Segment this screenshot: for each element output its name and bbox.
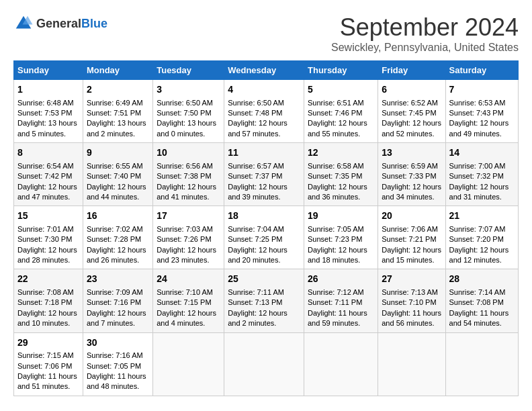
calendar-week-3: 15Sunrise: 7:01 AMSunset: 7:30 PMDayligh… [14, 206, 519, 269]
calendar-cell [224, 332, 304, 396]
day-number: 1 [17, 83, 79, 97]
calendar-week-4: 22Sunrise: 7:08 AMSunset: 7:18 PMDayligh… [14, 269, 519, 332]
calendar-cell: 13Sunrise: 6:59 AMSunset: 7:33 PMDayligh… [378, 143, 445, 206]
day-number: 5 [308, 83, 374, 97]
day-number: 21 [449, 210, 515, 223]
calendar-cell: 30Sunrise: 7:16 AMSunset: 7:05 PMDayligh… [83, 332, 152, 396]
calendar-cell: 2Sunrise: 6:49 AMSunset: 7:51 PMDaylight… [83, 80, 152, 143]
day-number: 8 [17, 146, 79, 160]
day-number: 12 [308, 146, 374, 160]
main-title: September 2024 [331, 13, 519, 42]
day-number: 11 [228, 146, 300, 160]
day-number: 27 [382, 273, 441, 286]
calendar-cell [445, 332, 518, 396]
day-number: 13 [382, 146, 441, 160]
day-number: 17 [157, 210, 220, 223]
day-number: 30 [87, 336, 149, 350]
calendar-header-row: SundayMondayTuesdayWednesdayThursdayFrid… [14, 61, 519, 80]
calendar-cell: 20Sunrise: 7:06 AMSunset: 7:21 PMDayligh… [378, 206, 445, 269]
calendar-cell [378, 332, 445, 396]
day-number: 22 [17, 273, 79, 286]
calendar-cell: 10Sunrise: 6:56 AMSunset: 7:38 PMDayligh… [153, 143, 224, 206]
header-monday: Monday [83, 61, 152, 80]
calendar-cell: 14Sunrise: 7:00 AMSunset: 7:32 PMDayligh… [445, 143, 518, 206]
calendar-cell: 8Sunrise: 6:54 AMSunset: 7:42 PMDaylight… [14, 143, 83, 206]
day-number: 14 [449, 146, 515, 160]
day-number: 24 [157, 273, 220, 286]
day-number: 3 [157, 83, 220, 97]
calendar-week-5: 29Sunrise: 7:15 AMSunset: 7:06 PMDayligh… [14, 332, 519, 396]
calendar-cell: 9Sunrise: 6:55 AMSunset: 7:40 PMDaylight… [83, 143, 152, 206]
calendar-cell: 12Sunrise: 6:58 AMSunset: 7:35 PMDayligh… [304, 143, 378, 206]
header-tuesday: Tuesday [153, 61, 224, 80]
calendar-cell [304, 332, 378, 396]
calendar-cell: 4Sunrise: 6:50 AMSunset: 7:48 PMDaylight… [224, 80, 304, 143]
day-number: 20 [382, 210, 441, 223]
day-number: 6 [382, 83, 441, 97]
header-saturday: Saturday [445, 61, 518, 80]
subtitle: Sewickley, Pennsylvania, United States [331, 42, 519, 54]
header: GeneralBlue September 2024 Sewickley, Pe… [13, 13, 519, 54]
day-number: 28 [449, 273, 515, 286]
calendar-cell [153, 332, 224, 396]
day-number: 4 [228, 83, 300, 97]
day-number: 25 [228, 273, 300, 286]
calendar-cell: 27Sunrise: 7:13 AMSunset: 7:10 PMDayligh… [378, 269, 445, 332]
calendar-cell: 3Sunrise: 6:50 AMSunset: 7:50 PMDaylight… [153, 80, 224, 143]
day-number: 10 [157, 146, 220, 160]
calendar-cell: 18Sunrise: 7:04 AMSunset: 7:25 PMDayligh… [224, 206, 304, 269]
calendar-cell: 16Sunrise: 7:02 AMSunset: 7:28 PMDayligh… [83, 206, 152, 269]
calendar-cell: 1Sunrise: 6:48 AMSunset: 7:53 PMDaylight… [14, 80, 83, 143]
day-number: 7 [449, 83, 515, 97]
day-number: 2 [87, 83, 149, 97]
title-section: September 2024 Sewickley, Pennsylvania, … [331, 13, 519, 54]
calendar-table: SundayMondayTuesdayWednesdayThursdayFrid… [13, 60, 519, 396]
header-thursday: Thursday [304, 61, 378, 80]
calendar-week-1: 1Sunrise: 6:48 AMSunset: 7:53 PMDaylight… [14, 80, 519, 143]
calendar-cell: 19Sunrise: 7:05 AMSunset: 7:23 PMDayligh… [304, 206, 378, 269]
calendar-cell: 22Sunrise: 7:08 AMSunset: 7:18 PMDayligh… [14, 269, 83, 332]
day-number: 23 [87, 273, 149, 286]
header-friday: Friday [378, 61, 445, 80]
calendar-cell: 7Sunrise: 6:53 AMSunset: 7:43 PMDaylight… [445, 80, 518, 143]
calendar-cell: 23Sunrise: 7:09 AMSunset: 7:16 PMDayligh… [83, 269, 152, 332]
header-sunday: Sunday [14, 61, 83, 80]
calendar-cell: 11Sunrise: 6:57 AMSunset: 7:37 PMDayligh… [224, 143, 304, 206]
logo-icon [13, 13, 34, 34]
day-number: 15 [17, 210, 79, 223]
day-number: 26 [308, 273, 374, 286]
logo: GeneralBlue [13, 13, 107, 34]
logo-text-blue: Blue [81, 17, 107, 30]
calendar-cell: 26Sunrise: 7:12 AMSunset: 7:11 PMDayligh… [304, 269, 378, 332]
calendar-cell: 28Sunrise: 7:14 AMSunset: 7:08 PMDayligh… [445, 269, 518, 332]
day-number: 29 [17, 336, 79, 350]
calendar-cell: 15Sunrise: 7:01 AMSunset: 7:30 PMDayligh… [14, 206, 83, 269]
calendar-cell: 17Sunrise: 7:03 AMSunset: 7:26 PMDayligh… [153, 206, 224, 269]
calendar-cell: 5Sunrise: 6:51 AMSunset: 7:46 PMDaylight… [304, 80, 378, 143]
day-number: 16 [87, 210, 149, 223]
logo-text-general: General [36, 17, 81, 30]
day-number: 18 [228, 210, 300, 223]
calendar-cell: 21Sunrise: 7:07 AMSunset: 7:20 PMDayligh… [445, 206, 518, 269]
day-number: 9 [87, 146, 149, 160]
day-number: 19 [308, 210, 374, 223]
calendar-cell: 24Sunrise: 7:10 AMSunset: 7:15 PMDayligh… [153, 269, 224, 332]
calendar-cell: 6Sunrise: 6:52 AMSunset: 7:45 PMDaylight… [378, 80, 445, 143]
calendar-cell: 25Sunrise: 7:11 AMSunset: 7:13 PMDayligh… [224, 269, 304, 332]
header-wednesday: Wednesday [224, 61, 304, 80]
calendar-week-2: 8Sunrise: 6:54 AMSunset: 7:42 PMDaylight… [14, 143, 519, 206]
calendar-cell: 29Sunrise: 7:15 AMSunset: 7:06 PMDayligh… [14, 332, 83, 396]
